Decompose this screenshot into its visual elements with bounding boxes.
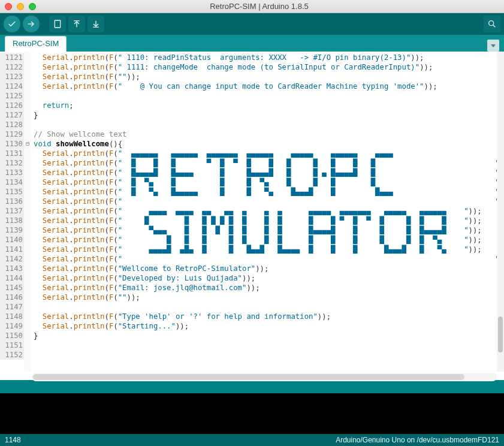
tab-menu-button[interactable] — [487, 40, 499, 52]
footer-bar: 1148 Arduino/Genuino Uno on /dev/cu.usbm… — [0, 434, 504, 446]
file-icon — [53, 19, 62, 29]
arrow-down-icon — [91, 19, 101, 29]
svg-marker-8 — [491, 44, 496, 47]
verify-button[interactable] — [4, 16, 20, 32]
svg-rect-1 — [55, 20, 60, 28]
magnify-icon — [487, 19, 497, 29]
svg-line-7 — [493, 25, 496, 28]
code-area[interactable]: Serial.println(F(" 1110: readPinStatus a… — [31, 52, 497, 372]
cursor-line-indicator: 1148 — [5, 436, 21, 444]
horizontal-scroll-thumb[interactable] — [33, 374, 464, 380]
serial-monitor-button[interactable] — [484, 16, 500, 32]
arrow-up-icon — [72, 19, 82, 29]
new-button[interactable] — [49, 16, 66, 32]
vertical-scrollbar[interactable] — [497, 52, 504, 372]
window-title: RetroPC-SIM | Arduino 1.8.5 — [19, 2, 499, 11]
fold-column: ⊟ — [24, 52, 31, 372]
arrow-right-icon — [26, 19, 36, 29]
board-port-label: Arduino/Genuino Uno on /dev/cu.usbmodemF… — [336, 436, 499, 444]
chevron-down-icon — [490, 43, 496, 49]
status-strip — [0, 380, 504, 393]
svg-point-6 — [489, 21, 494, 26]
sketch-tab[interactable]: RetroPC-SIM — [5, 36, 67, 52]
check-icon — [7, 19, 17, 29]
tab-strip: RetroPC-SIM — [0, 35, 504, 52]
upload-button[interactable] — [23, 16, 40, 32]
vertical-scroll-thumb[interactable] — [498, 317, 503, 352]
window-titlebar: RetroPC-SIM | Arduino 1.8.5 — [0, 0, 504, 13]
console-output[interactable] — [0, 393, 504, 434]
save-button[interactable] — [87, 16, 104, 32]
open-button[interactable] — [68, 16, 85, 32]
code-editor[interactable]: 1121112211231124112511261127112811291130… — [0, 52, 504, 372]
close-icon[interactable] — [5, 3, 12, 10]
toolbar — [0, 13, 504, 35]
line-gutter: 1121112211231124112511261127112811291130… — [0, 52, 24, 372]
horizontal-scrollbar[interactable] — [32, 373, 497, 381]
